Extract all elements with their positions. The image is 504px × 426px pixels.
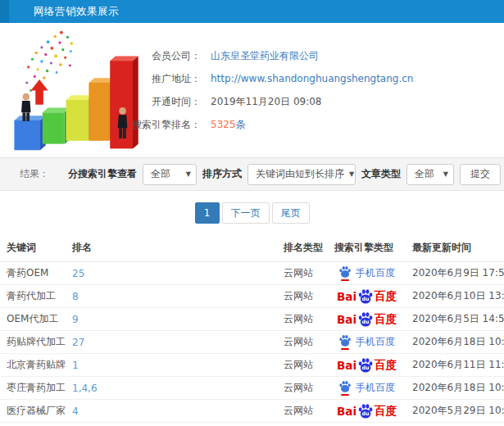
- baidu-paw-icon: du: [357, 311, 374, 328]
- baidu-paw-icon: du: [357, 288, 374, 305]
- updated-time-cell: 2020年6月18日 10:19: [406, 377, 504, 400]
- engine-type-cell: Bai du 百度: [328, 400, 406, 423]
- page-button-current[interactable]: 1: [195, 202, 220, 224]
- table-row: 枣庄膏药加工1,4,6云网站 手机百度2020年6月18日 10:19: [0, 377, 504, 400]
- results-table: 关键词排名排名类型搜索引擎类型最新更新时间 膏药OEM25云网站 手机百度202…: [0, 234, 504, 426]
- svg-text:du: du: [362, 365, 370, 370]
- baidu-paw-icon: [338, 265, 352, 279]
- table-row: 北京膏药贴牌1云网站 Bai du 百度2020年6月11日 11:18: [0, 354, 504, 377]
- rank-cell: 1: [66, 354, 277, 377]
- updated-time-cell: 2020年6月11日 11:40: [406, 423, 504, 426]
- svg-text:du: du: [362, 319, 370, 324]
- engine-filter-value: 全部: [151, 167, 170, 181]
- engine-filter-label: 分搜索引擎查看: [68, 167, 137, 181]
- rank-cell: 27: [66, 331, 277, 354]
- keyword-cell: 药贴牌代加工: [0, 331, 66, 354]
- keyword-cell: 膏药代加工: [0, 285, 66, 308]
- column-header-1: 排名: [66, 234, 277, 262]
- sort-filter-select[interactable]: 关键词由短到长排序▼: [247, 164, 356, 185]
- rank-type-cell: 云网站: [277, 308, 328, 331]
- mobile-baidu-logo: 手机百度: [338, 380, 395, 396]
- page-title: 网络营销效果展示: [34, 5, 119, 19]
- engine-rank-value: 5325条: [211, 119, 246, 130]
- info-row-company: 会员公司：山东皇圣堂药业有限公司: [0, 48, 504, 64]
- column-header-4: 最新更新时间: [406, 234, 504, 262]
- rank-cell: 25: [66, 262, 277, 285]
- engine-type-cell: 手机百度: [328, 331, 406, 354]
- next-page-button[interactable]: 下一页: [222, 202, 270, 224]
- results-table-body: 膏药OEM25云网站 手机百度2020年6月9日 17:50膏药代加工8云网站 …: [0, 262, 504, 426]
- engine-type-cell: 手机百度: [328, 262, 406, 285]
- baidu-paw-icon: [338, 380, 352, 393]
- sort-filter-label: 排序方式: [202, 167, 242, 181]
- baidu-logo: Bai du 百度: [337, 288, 397, 305]
- baidu-paw-icon: du: [357, 403, 374, 419]
- paw-underline: [341, 279, 349, 281]
- rank-cell: 17: [66, 423, 277, 426]
- result-label: 结果：: [20, 167, 49, 181]
- column-header-0: 关键词: [0, 234, 66, 262]
- column-header-3: 搜索引擎类型: [328, 234, 406, 262]
- updated-time-cell: 2020年6月9日 17:50: [406, 262, 504, 285]
- updated-time-cell: 2020年6月10日 13:40: [406, 285, 504, 308]
- article-type-label: 文章类型: [361, 167, 401, 181]
- table-row: OEM代加工9云网站 Bai du 百度2020年6月5日 14:57: [0, 308, 504, 331]
- company-label: 会员公司：: [0, 48, 201, 64]
- keyword-cell: 菏泽膏药厂家: [0, 423, 66, 426]
- engine-type-cell: Bai du 百度: [328, 308, 406, 331]
- rank-cell: 9: [66, 308, 277, 331]
- rank-cell: 8: [66, 285, 277, 308]
- rank-type-cell: 云网站: [277, 285, 328, 308]
- rank-link[interactable]: 4: [72, 406, 79, 417]
- rank-link[interactable]: 9: [72, 314, 79, 325]
- rank-link[interactable]: 25: [72, 268, 84, 279]
- table-row: 菏泽膏药厂家17云网站 手机百度2020年6月11日 11:40: [0, 423, 504, 426]
- member-info-section: 会员公司：山东皇圣堂药业有限公司 推广地址：http://www.shandon…: [0, 23, 504, 157]
- promotion-url-label: 推广地址：: [0, 70, 201, 87]
- company-link[interactable]: 山东皇圣堂药业有限公司: [211, 50, 319, 61]
- engine-type-cell: Bai du 百度: [328, 285, 406, 308]
- baidu-paw-icon: du: [357, 357, 374, 374]
- rank-type-cell: 云网站: [277, 262, 328, 285]
- chevron-down-icon: ▼: [186, 170, 191, 178]
- last-page-button[interactable]: 尾页: [272, 202, 310, 224]
- opened-time-label: 开通时间：: [0, 93, 201, 110]
- rank-type-cell: 云网站: [277, 354, 328, 377]
- engine-filter-select[interactable]: 全部▼: [143, 164, 197, 185]
- table-row: 医疗器械厂家4云网站 Bai du 百度2020年5月29日 10:32: [0, 400, 504, 423]
- rank-count-unit: 条: [236, 119, 246, 130]
- opened-time-value: 2019年11月20日 09:08: [211, 96, 321, 107]
- rank-type-cell: 云网站: [277, 331, 328, 354]
- baidu-logo: Bai du 百度: [337, 403, 397, 419]
- rank-link[interactable]: 1,4,6: [72, 383, 98, 394]
- rank-count-number: 5325: [211, 119, 236, 130]
- filter-bar: 结果： 分搜索引擎查看 全部▼ 排序方式 关键词由短到长排序▼ 文章类型 全部▼…: [0, 157, 504, 191]
- sort-filter-value: 关键词由短到长排序: [256, 167, 344, 181]
- updated-time-cell: 2020年6月11日 11:18: [406, 354, 504, 377]
- engine-type-cell: 手机百度: [328, 423, 406, 426]
- article-type-select[interactable]: 全部▼: [406, 164, 454, 185]
- info-row-opened: 开通时间：2019年11月20日 09:08: [0, 93, 504, 110]
- top-header-bar: 网络营销效果展示: [0, 0, 504, 23]
- engine-type-cell: Bai du 百度: [328, 354, 406, 377]
- keyword-cell: OEM代加工: [0, 308, 66, 331]
- rank-type-cell: 云网站: [277, 423, 328, 426]
- keyword-cell: 枣庄膏药加工: [0, 377, 66, 400]
- chevron-down-icon: ▼: [349, 170, 354, 178]
- table-header-row: 关键词排名排名类型搜索引擎类型最新更新时间: [0, 234, 504, 262]
- mobile-baidu-logo: 手机百度: [338, 334, 395, 350]
- header-accent-strip: [0, 0, 9, 23]
- keyword-cell: 北京膏药贴牌: [0, 354, 66, 377]
- promotion-url-link[interactable]: http://www.shandonghuangshengtang.cn: [211, 73, 413, 84]
- updated-time-cell: 2020年6月5日 14:57: [406, 308, 504, 331]
- table-row: 膏药代加工8云网站 Bai du 百度2020年6月10日 13:40: [0, 285, 504, 308]
- rank-type-cell: 云网站: [277, 400, 328, 423]
- baidu-logo: Bai du 百度: [337, 357, 397, 374]
- table-row: 膏药OEM25云网站 手机百度2020年6月9日 17:50: [0, 262, 504, 285]
- rank-link[interactable]: 8: [72, 291, 79, 302]
- rank-link[interactable]: 1: [72, 360, 79, 371]
- info-row-url: 推广地址：http://www.shandonghuangshengtang.c…: [0, 70, 504, 87]
- rank-link[interactable]: 27: [72, 337, 84, 348]
- submit-button[interactable]: 提交: [460, 164, 501, 185]
- rank-cell: 4: [66, 400, 277, 423]
